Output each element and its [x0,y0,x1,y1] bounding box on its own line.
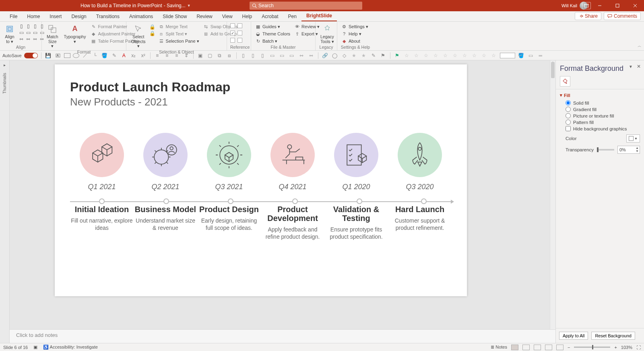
tab-help[interactable]: Help [237,12,257,21]
lock2-icon[interactable]: 🔒 [150,31,155,36]
theme-colors-button[interactable]: ◒Theme Colors [254,31,291,37]
align-right-icon[interactable]: ▯ [32,23,38,29]
typography-button[interactable]: ATypography ▾ [62,23,88,45]
timeline-item[interactable]: Q4 2021 Product Development Apply feedba… [261,133,324,240]
lock-icon[interactable]: 🔒 [150,24,155,30]
tab-design[interactable]: Design [66,12,91,21]
reset-background-button[interactable]: Reset Background [591,332,635,340]
scrollbar-thumb[interactable] [551,62,555,78]
sorter-view-button[interactable] [522,345,530,350]
align-obj6-icon[interactable]: ▭ [288,52,295,59]
align-mid-icon[interactable]: ▭ [25,30,31,35]
select-objects-button[interactable]: Select Objects ▾ [130,23,147,50]
tab-pen[interactable]: Pen [283,12,301,21]
guides-button[interactable]: ▦Guides ▾ [254,23,291,30]
ref-check-1[interactable] [230,23,235,28]
merge-icon[interactable]: ◇ [341,52,348,59]
eyedrop-icon[interactable]: ✎ [370,52,377,59]
ref-check-6[interactable] [237,38,242,43]
gradient-fill-radio[interactable]: Gradient fill [566,107,640,112]
color-picker-button[interactable]: ▼ [626,134,640,142]
slide[interactable]: Product Launch Roadmap New Products - 20… [55,64,467,296]
transparency-slider[interactable] [597,149,614,151]
tab-acrobat[interactable]: Acrobat [257,12,283,21]
solid-fill-radio[interactable]: Solid fill [566,100,640,105]
doc-dropdown-icon[interactable]: ▼ [187,4,191,8]
close-button[interactable] [626,0,644,11]
pattern-fill-radio[interactable]: Pattern fill [566,120,640,125]
reading-view-button[interactable] [534,345,541,350]
align-center-icon[interactable]: ▯ [25,23,31,29]
star1-icon[interactable]: ★ [351,52,358,59]
align-obj3-icon[interactable]: ▯ [259,52,266,59]
timeline-item[interactable]: Q3 2021 Product Design Early design, ret… [197,133,261,240]
tab-view[interactable]: View [217,12,237,21]
dist-obj2-icon[interactable]: ⇿ [308,52,315,59]
slide-canvas[interactable]: Product Launch Roadmap New Products - 20… [10,60,555,343]
tab-animations[interactable]: Animations [124,12,158,21]
align-obj4-icon[interactable]: ▭ [269,52,276,59]
slide-indicator[interactable]: Slide 6 of 16 [3,345,28,350]
ref-check-3[interactable] [230,31,235,35]
tab-transitions[interactable]: Transitions [91,12,124,21]
crop-icon[interactable]: ◯ [331,52,339,59]
apply-to-all-button[interactable]: Apply to All [559,332,588,340]
picture-fill-radio[interactable]: Picture or texture fill [566,113,640,118]
presenter-view-button[interactable] [556,345,564,350]
fav1-icon[interactable]: ☆ [403,52,411,59]
star2-icon[interactable]: ★ [360,52,367,59]
zoom-value[interactable]: 103% [621,345,632,350]
legacy-tools-button[interactable]: Legacy Tools ▾ [319,23,336,45]
settings-button[interactable]: ⚙Settings ▾ [341,23,369,30]
notes-toggle[interactable]: ≣ Notes [491,345,507,350]
tab-file[interactable]: File [5,12,22,21]
share-button[interactable]: Share [575,12,601,20]
slide-title[interactable]: Product Launch Roadmap [70,80,230,95]
align-bot-icon[interactable]: ▭ [32,30,38,35]
fav7-icon[interactable]: ☆ [461,52,469,59]
notes-panel[interactable]: Click to add notes [10,329,555,343]
fill-section-header[interactable]: ▾Fill [560,93,640,98]
ref-check-4[interactable] [237,31,242,35]
fav4-icon[interactable]: ☆ [432,52,440,59]
flag-icon[interactable]: ⚑ [394,52,401,59]
merge-text-button[interactable]: ⧉Merge Text [158,23,200,30]
tab-brightslide[interactable]: BrightSlide [301,11,337,21]
fill-applied-icon[interactable]: 🪣 [518,52,525,59]
language-icon[interactable]: ▣ [33,345,37,350]
pane-options-icon[interactable]: ▼ [629,64,633,69]
outline-applied-icon[interactable]: ▭ [527,52,535,59]
help-button[interactable]: ?Help ▾ [341,31,369,37]
minimize-button[interactable] [591,0,609,11]
tab-home[interactable]: Home [22,12,45,21]
timeline-item[interactable]: Q2 2021 Business Model Understand market… [134,133,197,240]
align-to-button[interactable]: Align to ▾ [3,23,16,45]
selection-pane-button[interactable]: ☰Selection Pane ▾ [158,38,200,44]
expand-thumbnails-icon[interactable]: ▸ [4,63,6,67]
timeline-item[interactable]: Q1 2020 Validation & Testing Ensure prot… [324,133,388,240]
vertical-scrollbar[interactable]: ▲ ▼ [550,60,555,343]
ref-check-2[interactable] [237,23,242,28]
dist3-icon[interactable]: ⇿ [32,36,38,42]
align-obj2-icon[interactable]: ▯ [250,52,257,59]
slide-subtitle[interactable]: New Products - 2021 [70,96,168,108]
match-size-button[interactable]: Match Size ▾ [45,23,60,50]
ref-check-5[interactable] [230,38,235,43]
fav9-icon[interactable]: ☆ [481,52,488,59]
dist-h-icon[interactable]: ⇿ [19,36,24,42]
split-text-button[interactable]: ⧈Split Text ▾ [158,31,200,37]
dist-v-icon[interactable]: ⇿ [25,36,31,42]
align-left-icon[interactable]: ▯ [19,23,24,29]
accessibility-status[interactable]: ♿ Accessibility: Investigate [43,345,98,350]
collapse-ribbon-button[interactable]: ︿ [638,43,642,49]
link-icon[interactable]: 🔗 [322,52,329,59]
fit-to-window-button[interactable]: ⛶ [636,345,641,350]
fill-tab-icon[interactable] [560,76,570,87]
hide-graphics-check[interactable]: Hide background graphics [566,126,640,131]
transparency-input[interactable]: 0%▲▼ [617,146,640,154]
qat-more-icon[interactable]: ═ [537,52,544,59]
pane-close-button[interactable]: ✕ [637,64,641,69]
color-swatch[interactable] [500,53,515,58]
zoom-out-button[interactable]: − [568,345,570,350]
fav2-icon[interactable]: ☆ [413,52,420,59]
